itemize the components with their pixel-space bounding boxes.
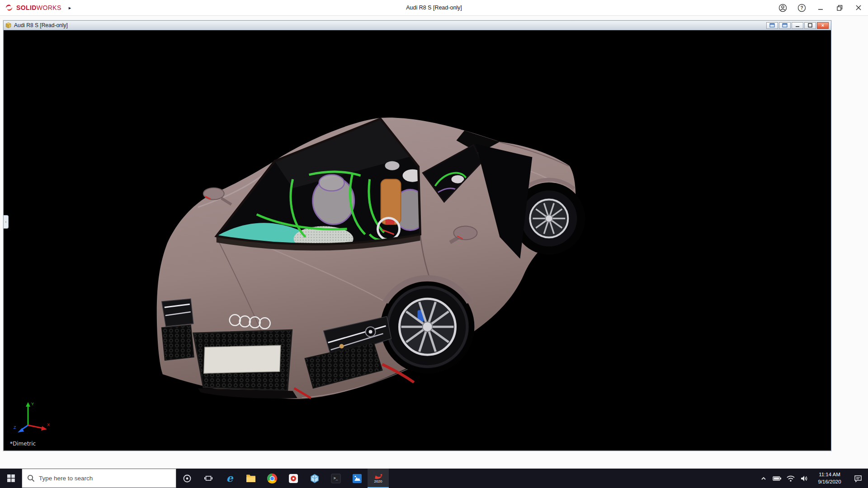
help-button[interactable]: ? [792, 0, 811, 15]
orientation-triad: Y X Z [11, 399, 52, 435]
svg-text:?: ? [800, 5, 803, 10]
window-pane-icon [782, 23, 788, 28]
viewport-3d[interactable]: Y X Z *Dimetric ‹ [4, 30, 831, 450]
taskbar-app-3d-viewer[interactable] [304, 469, 325, 488]
3d-cube-icon [309, 473, 320, 484]
screen: SOLIDWORKS ▸ Audi R8 S [Read-only] ? [0, 0, 868, 488]
tray-network-button[interactable] [784, 469, 797, 488]
panel-collapse-handle[interactable]: ‹ [4, 215, 9, 229]
brand-wordmark: SOLIDWORKS [16, 4, 61, 11]
doc-toolbar-button-2[interactable] [779, 22, 791, 29]
taskbar-app-media[interactable] [283, 469, 304, 488]
clock-time: 11:14 AM [811, 471, 848, 479]
front-wheel[interactable] [381, 275, 475, 374]
x-axis-arrow: X [28, 422, 50, 431]
menu-expand-arrow[interactable]: ▸ [69, 5, 71, 11]
y-axis-arrow: Y [26, 402, 34, 425]
cortana-button[interactable] [176, 469, 198, 488]
clock-date: 9/16/2020 [811, 479, 848, 486]
wifi-icon [786, 475, 795, 482]
file-explorer-icon [245, 474, 256, 483]
windows-logo-icon [7, 474, 15, 482]
battery-icon [773, 475, 782, 482]
task-view-icon [204, 474, 213, 483]
search-icon [27, 474, 35, 482]
restore-button[interactable] [830, 0, 849, 15]
chrome-icon [267, 473, 278, 484]
start-button[interactable] [0, 469, 22, 488]
taskbar-app-photos[interactable] [346, 469, 368, 488]
license-plate [204, 345, 281, 373]
taskbar-app-solidworks[interactable]: 2020 [368, 469, 389, 488]
document-titlebar[interactable]: Audi R8 S [Read-only] [4, 21, 831, 30]
account-button[interactable] [773, 0, 792, 15]
search-placeholder: Type here to search [39, 475, 93, 482]
document-part-icon [5, 22, 12, 29]
z-axis-arrow: Z [14, 425, 28, 432]
intake-left [162, 325, 194, 360]
maximize-icon [808, 23, 812, 28]
tray-hidden-icons-button[interactable] [757, 469, 770, 488]
restore-icon [837, 5, 843, 11]
svg-text:X: X [47, 422, 50, 427]
action-center-button[interactable] [848, 469, 868, 488]
solidworks-logo[interactable]: SOLIDWORKS ▸ [0, 3, 71, 12]
media-app-icon [288, 474, 298, 483]
cortana-icon [183, 474, 192, 483]
close-button[interactable] [849, 0, 868, 15]
solidworks-3ds-icon [5, 3, 14, 12]
document-window-controls: × [766, 22, 830, 29]
svg-text:Y: Y [31, 402, 34, 406]
speaker-icon [800, 475, 808, 482]
action-center-icon [854, 474, 862, 483]
photos-icon [352, 474, 362, 483]
brand-text-solid: SOLID [16, 4, 37, 11]
solidworks-app-icon [374, 474, 383, 479]
doc-close-button[interactable]: × [817, 22, 829, 29]
taskbar-search[interactable]: Type here to search [22, 469, 176, 488]
task-view-button[interactable] [198, 469, 219, 488]
close-icon [856, 5, 861, 10]
window-title: Audi R8 S [Read-only] [0, 5, 868, 11]
taskbar-app-edge[interactable]: e [219, 469, 240, 488]
tray-volume-button[interactable] [797, 469, 811, 488]
edge-icon: e [224, 473, 236, 484]
main-titlebar: SOLIDWORKS ▸ Audi R8 S [Read-only] ? [0, 0, 868, 16]
help-icon: ? [797, 4, 806, 12]
workspace-background: Audi R8 S [Read-only] [0, 16, 868, 469]
car-model-audi-r8[interactable] [4, 30, 831, 450]
minimize-icon [818, 5, 823, 10]
account-icon [778, 4, 787, 12]
view-orientation-label: *Dimetric [10, 441, 36, 447]
document-title: Audi R8 S [Read-only] [14, 22, 68, 28]
minimize-button[interactable] [811, 0, 830, 15]
minimize-icon [795, 23, 800, 28]
solidworks-app-badge: 2020 [374, 480, 382, 483]
svg-text:e: e [226, 473, 233, 484]
taskbar-spacer [389, 469, 757, 488]
taskbar-app-file-explorer[interactable] [240, 469, 261, 488]
svg-text:Z: Z [14, 425, 16, 430]
taskbar: Type here to search e [0, 469, 868, 488]
doc-minimize-button[interactable] [792, 22, 803, 29]
tray-battery-button[interactable] [770, 469, 784, 488]
doc-maximize-button[interactable] [804, 22, 816, 29]
doc-toolbar-button-1[interactable] [766, 22, 778, 29]
window-controls: ? [773, 0, 868, 15]
window-pane-icon [769, 23, 775, 28]
document-window: Audi R8 S [Read-only] [3, 20, 831, 451]
brand-text-works: WORKS [37, 4, 61, 11]
taskbar-app-console[interactable]: >_ [325, 469, 346, 488]
taskbar-clock[interactable]: 11:14 AM 9/16/2020 [811, 469, 848, 488]
chevron-up-icon [760, 475, 767, 482]
taskbar-app-chrome[interactable] [261, 469, 283, 488]
